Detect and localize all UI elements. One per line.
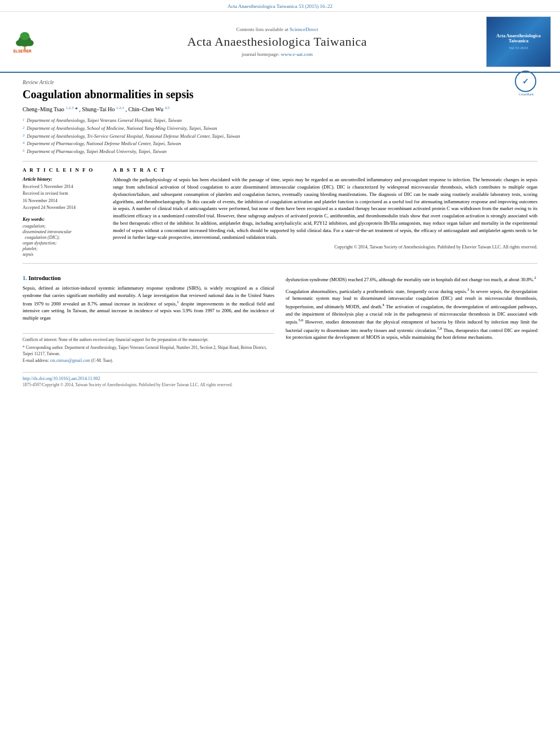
intro-para-1: Sepsis, defined as infection-induced sys… (23, 285, 274, 322)
affiliation-1: 1 Department of Anesthesiology, Taipei V… (23, 117, 537, 125)
section-number: 1. (23, 275, 27, 281)
affiliation-5: 5 Department of Pharmacology, Taipei Med… (23, 148, 537, 156)
history-accepted: Accepted 24 November 2014 (23, 204, 102, 211)
history-revised-label: Received in revised form (23, 190, 102, 196)
cover-image: Acta Anaesthesiologica Taiwanica Vol 53 … (486, 16, 551, 67)
svg-point-4 (20, 32, 29, 40)
footer-bar: http://dx.doi.org/10.1016/j.aat.2014.11.… (23, 372, 537, 387)
email-link[interactable]: cm.cmtsao@gmail.com (50, 358, 90, 363)
author-3: Chin–Chen Wu (128, 106, 163, 112)
crossmark-badge: ✓ CrossMark (515, 71, 537, 93)
author-2-sup: 1,2,3 (116, 106, 124, 110)
footnote-email: E-mail address: cm.cmtsao@gmail.com (C-M… (23, 358, 274, 364)
keyword-4: organ dysfunction; (23, 241, 102, 246)
copyright-text: Copyright © 2014, Taiwan Society of Anes… (113, 244, 537, 250)
journal-title-area: Contents lists available at ScienceDirec… (82, 16, 472, 67)
crossmark-icon: ✓ (515, 71, 536, 92)
footnotes: Conflicts of interest: None of the autho… (23, 333, 274, 364)
body-right-col: dysfunction syndrome (MODS) reached 27.6… (286, 275, 537, 365)
body-left-col: 1. Introduction Sepsis, defined as infec… (23, 275, 274, 365)
body-two-col: 1. Introduction Sepsis, defined as infec… (23, 275, 537, 365)
intro-para-3: Coagulation abnormalities, particularly … (286, 287, 537, 342)
journal-header: ELSEVIER Contents lists available at Sci… (0, 12, 560, 73)
sciencedirect-line: Contents lists available at ScienceDirec… (237, 27, 318, 32)
journal-homepage-link[interactable]: www.e-aat.com (281, 51, 313, 57)
elsevier-logo: ELSEVIER (9, 25, 65, 59)
doi-line: http://dx.doi.org/10.1016/j.aat.2014.11.… (23, 376, 537, 381)
cover-image-area: Acta Anaesthesiologica Taiwanica Vol 53 … (478, 16, 551, 67)
history-revised-date: 16 November 2014 (23, 198, 102, 204)
svg-text:ELSEVIER: ELSEVIER (14, 49, 32, 53)
affiliations: 1 Department of Anesthesiology, Taipei V… (23, 117, 537, 155)
abstract-title: A B S T R A C T (113, 167, 537, 173)
article-info-abstract-row: A R T I C L E I N F O Article history: R… (23, 167, 537, 257)
abstract-panel: A B S T R A C T Although the pathophysio… (113, 167, 537, 257)
journal-citation: Acta Anaesthesiologica Taiwanica 53 (201… (228, 3, 333, 9)
journal-citation-bar: Acta Anaesthesiologica Taiwanica 53 (201… (0, 0, 560, 12)
author-1: Cheng–Ming Tsao (23, 106, 64, 112)
keyword-3: coagulation (DIC); (23, 235, 102, 240)
history-label: Article history: (23, 176, 102, 182)
keywords-section: Key words: coagulation; disseminated int… (23, 216, 102, 257)
keyword-5: platelet; (23, 246, 102, 251)
intro-para-2: dysfunction syndrome (MODS) reached 27.6… (286, 275, 537, 283)
keywords-label: Key words: (23, 216, 102, 222)
doi-link[interactable]: http://dx.doi.org/10.1016/j.aat.2014.11.… (23, 376, 100, 381)
article-title: Coagulation abnormalities in sepsis (23, 88, 194, 101)
article-history: Article history: Received 5 November 201… (23, 176, 102, 211)
author-1-star: * (75, 106, 78, 112)
svg-point-3 (25, 40, 33, 46)
sciencedirect-link[interactable]: ScienceDirect (290, 27, 318, 32)
issn-line: 1875-4597/Copyright © 2014, Taiwan Socie… (23, 382, 537, 387)
publisher-logo-area: ELSEVIER (9, 16, 77, 67)
keyword-2: disseminated intravascular (23, 229, 102, 234)
authors-line: Cheng–Ming Tsao 1,2,3 * , Shung–Tai Ho 1… (23, 106, 537, 112)
keyword-6: sepsis (23, 252, 102, 257)
svg-point-2 (16, 40, 24, 46)
intro-label: Introduction (29, 275, 61, 281)
affiliation-3: 3 Department of Anesthesiology, Tri-Serv… (23, 133, 537, 141)
affiliation-2: 2 Department of Anesthesiology, School o… (23, 125, 537, 133)
abstract-text: Although the pathophysiology of sepsis h… (113, 176, 537, 241)
history-received: Received 5 November 2014 (23, 184, 102, 190)
body-content: 1. Introduction Sepsis, defined as infec… (23, 275, 537, 365)
journal-homepage: journal homepage: www.e-aat.com (242, 51, 313, 57)
author-2: Shung–Tai Ho (82, 106, 115, 112)
journal-title-main: Acta Anaesthesiologica Taiwanica (187, 34, 367, 49)
footnote-corresponding: * Corresponding author. Department of An… (23, 345, 274, 357)
article-info-panel: A R T I C L E I N F O Article history: R… (23, 167, 102, 257)
header-divider (23, 161, 537, 161)
affiliation-4: 4 Department of Pharmacology, National D… (23, 140, 537, 148)
body-divider (23, 263, 537, 264)
intro-heading: 1. Introduction (23, 275, 274, 281)
footnote-conflict: Conflicts of interest: None of the autho… (23, 337, 274, 343)
author-3-sup: 4,5 (165, 106, 170, 110)
main-content: Review Article Coagulation abnormalities… (0, 73, 560, 399)
article-info-title: A R T I C L E I N F O (23, 167, 102, 173)
title-row: Coagulation abnormalities in sepsis ✓ Cr… (23, 88, 537, 106)
article-type: Review Article (23, 80, 537, 85)
author-1-sup: 1,2,3 (65, 106, 73, 110)
keyword-1: coagulation; (23, 224, 102, 229)
